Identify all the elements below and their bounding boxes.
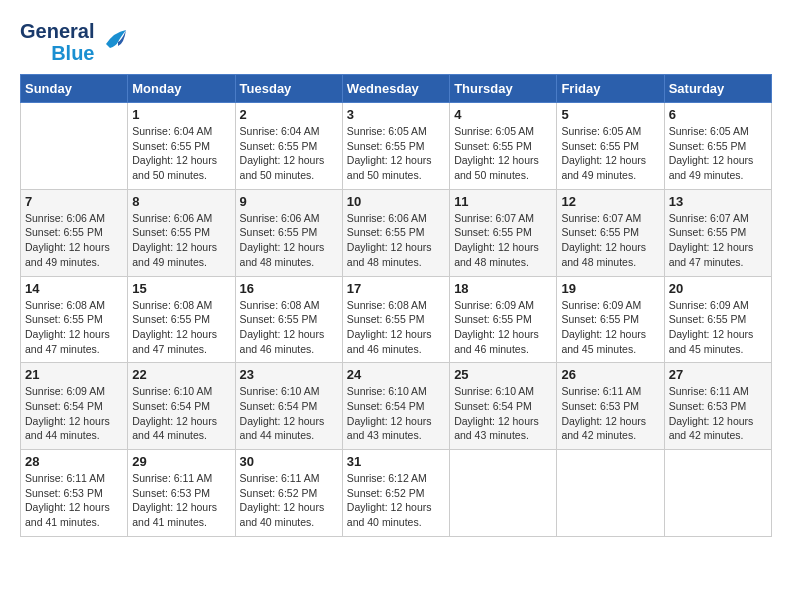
weekday-header: Thursday xyxy=(450,75,557,103)
calendar-cell: 22Sunrise: 6:10 AM Sunset: 6:54 PM Dayli… xyxy=(128,363,235,450)
day-info: Sunrise: 6:04 AM Sunset: 6:55 PM Dayligh… xyxy=(132,124,230,183)
day-info: Sunrise: 6:08 AM Sunset: 6:55 PM Dayligh… xyxy=(132,298,230,357)
calendar-cell: 19Sunrise: 6:09 AM Sunset: 6:55 PM Dayli… xyxy=(557,276,664,363)
calendar-cell: 7Sunrise: 6:06 AM Sunset: 6:55 PM Daylig… xyxy=(21,189,128,276)
calendar-cell xyxy=(21,103,128,190)
calendar-cell: 31Sunrise: 6:12 AM Sunset: 6:52 PM Dayli… xyxy=(342,450,449,537)
calendar-cell: 25Sunrise: 6:10 AM Sunset: 6:54 PM Dayli… xyxy=(450,363,557,450)
day-info: Sunrise: 6:05 AM Sunset: 6:55 PM Dayligh… xyxy=(347,124,445,183)
calendar-cell: 30Sunrise: 6:11 AM Sunset: 6:52 PM Dayli… xyxy=(235,450,342,537)
day-info: Sunrise: 6:09 AM Sunset: 6:54 PM Dayligh… xyxy=(25,384,123,443)
day-info: Sunrise: 6:10 AM Sunset: 6:54 PM Dayligh… xyxy=(132,384,230,443)
calendar-cell: 9Sunrise: 6:06 AM Sunset: 6:55 PM Daylig… xyxy=(235,189,342,276)
logo-general: General xyxy=(20,20,94,42)
day-info: Sunrise: 6:07 AM Sunset: 6:55 PM Dayligh… xyxy=(454,211,552,270)
weekday-header: Friday xyxy=(557,75,664,103)
calendar-cell: 12Sunrise: 6:07 AM Sunset: 6:55 PM Dayli… xyxy=(557,189,664,276)
day-info: Sunrise: 6:07 AM Sunset: 6:55 PM Dayligh… xyxy=(561,211,659,270)
calendar-cell xyxy=(557,450,664,537)
day-number: 8 xyxy=(132,194,230,209)
day-info: Sunrise: 6:10 AM Sunset: 6:54 PM Dayligh… xyxy=(454,384,552,443)
calendar-cell: 24Sunrise: 6:10 AM Sunset: 6:54 PM Dayli… xyxy=(342,363,449,450)
day-number: 24 xyxy=(347,367,445,382)
day-info: Sunrise: 6:06 AM Sunset: 6:55 PM Dayligh… xyxy=(240,211,338,270)
day-info: Sunrise: 6:11 AM Sunset: 6:52 PM Dayligh… xyxy=(240,471,338,530)
day-number: 28 xyxy=(25,454,123,469)
day-info: Sunrise: 6:08 AM Sunset: 6:55 PM Dayligh… xyxy=(347,298,445,357)
calendar-cell: 18Sunrise: 6:09 AM Sunset: 6:55 PM Dayli… xyxy=(450,276,557,363)
day-number: 23 xyxy=(240,367,338,382)
day-number: 14 xyxy=(25,281,123,296)
weekday-header: Sunday xyxy=(21,75,128,103)
day-info: Sunrise: 6:11 AM Sunset: 6:53 PM Dayligh… xyxy=(669,384,767,443)
weekday-header: Wednesday xyxy=(342,75,449,103)
day-number: 19 xyxy=(561,281,659,296)
day-info: Sunrise: 6:05 AM Sunset: 6:55 PM Dayligh… xyxy=(669,124,767,183)
day-number: 5 xyxy=(561,107,659,122)
day-number: 29 xyxy=(132,454,230,469)
day-info: Sunrise: 6:11 AM Sunset: 6:53 PM Dayligh… xyxy=(132,471,230,530)
logo-blue: Blue xyxy=(51,42,94,64)
day-info: Sunrise: 6:10 AM Sunset: 6:54 PM Dayligh… xyxy=(240,384,338,443)
calendar-cell: 1Sunrise: 6:04 AM Sunset: 6:55 PM Daylig… xyxy=(128,103,235,190)
day-number: 16 xyxy=(240,281,338,296)
calendar-table: SundayMondayTuesdayWednesdayThursdayFrid… xyxy=(20,74,772,537)
day-info: Sunrise: 6:06 AM Sunset: 6:55 PM Dayligh… xyxy=(25,211,123,270)
calendar-cell: 4Sunrise: 6:05 AM Sunset: 6:55 PM Daylig… xyxy=(450,103,557,190)
day-number: 18 xyxy=(454,281,552,296)
day-number: 27 xyxy=(669,367,767,382)
calendar-cell: 3Sunrise: 6:05 AM Sunset: 6:55 PM Daylig… xyxy=(342,103,449,190)
weekday-header: Tuesday xyxy=(235,75,342,103)
day-info: Sunrise: 6:08 AM Sunset: 6:55 PM Dayligh… xyxy=(25,298,123,357)
weekday-header: Monday xyxy=(128,75,235,103)
calendar-cell: 23Sunrise: 6:10 AM Sunset: 6:54 PM Dayli… xyxy=(235,363,342,450)
calendar-cell: 20Sunrise: 6:09 AM Sunset: 6:55 PM Dayli… xyxy=(664,276,771,363)
calendar-cell xyxy=(450,450,557,537)
day-number: 25 xyxy=(454,367,552,382)
day-number: 26 xyxy=(561,367,659,382)
calendar-week-row: 21Sunrise: 6:09 AM Sunset: 6:54 PM Dayli… xyxy=(21,363,772,450)
day-number: 12 xyxy=(561,194,659,209)
calendar-cell: 17Sunrise: 6:08 AM Sunset: 6:55 PM Dayli… xyxy=(342,276,449,363)
calendar-cell: 16Sunrise: 6:08 AM Sunset: 6:55 PM Dayli… xyxy=(235,276,342,363)
calendar-cell: 2Sunrise: 6:04 AM Sunset: 6:55 PM Daylig… xyxy=(235,103,342,190)
calendar-week-row: 7Sunrise: 6:06 AM Sunset: 6:55 PM Daylig… xyxy=(21,189,772,276)
calendar-cell: 5Sunrise: 6:05 AM Sunset: 6:55 PM Daylig… xyxy=(557,103,664,190)
day-info: Sunrise: 6:09 AM Sunset: 6:55 PM Dayligh… xyxy=(454,298,552,357)
logo-bird-icon xyxy=(98,24,130,60)
day-info: Sunrise: 6:07 AM Sunset: 6:55 PM Dayligh… xyxy=(669,211,767,270)
day-number: 30 xyxy=(240,454,338,469)
day-number: 4 xyxy=(454,107,552,122)
day-number: 7 xyxy=(25,194,123,209)
calendar-cell: 29Sunrise: 6:11 AM Sunset: 6:53 PM Dayli… xyxy=(128,450,235,537)
day-number: 17 xyxy=(347,281,445,296)
day-info: Sunrise: 6:12 AM Sunset: 6:52 PM Dayligh… xyxy=(347,471,445,530)
day-number: 22 xyxy=(132,367,230,382)
day-info: Sunrise: 6:09 AM Sunset: 6:55 PM Dayligh… xyxy=(561,298,659,357)
day-number: 1 xyxy=(132,107,230,122)
calendar-cell: 15Sunrise: 6:08 AM Sunset: 6:55 PM Dayli… xyxy=(128,276,235,363)
day-number: 20 xyxy=(669,281,767,296)
day-info: Sunrise: 6:04 AM Sunset: 6:55 PM Dayligh… xyxy=(240,124,338,183)
header: General Blue xyxy=(20,20,772,64)
day-info: Sunrise: 6:06 AM Sunset: 6:55 PM Dayligh… xyxy=(132,211,230,270)
day-number: 21 xyxy=(25,367,123,382)
calendar-cell: 8Sunrise: 6:06 AM Sunset: 6:55 PM Daylig… xyxy=(128,189,235,276)
calendar-cell: 21Sunrise: 6:09 AM Sunset: 6:54 PM Dayli… xyxy=(21,363,128,450)
calendar-week-row: 1Sunrise: 6:04 AM Sunset: 6:55 PM Daylig… xyxy=(21,103,772,190)
day-info: Sunrise: 6:06 AM Sunset: 6:55 PM Dayligh… xyxy=(347,211,445,270)
day-info: Sunrise: 6:09 AM Sunset: 6:55 PM Dayligh… xyxy=(669,298,767,357)
weekday-header-row: SundayMondayTuesdayWednesdayThursdayFrid… xyxy=(21,75,772,103)
calendar-cell: 11Sunrise: 6:07 AM Sunset: 6:55 PM Dayli… xyxy=(450,189,557,276)
day-number: 13 xyxy=(669,194,767,209)
day-info: Sunrise: 6:11 AM Sunset: 6:53 PM Dayligh… xyxy=(561,384,659,443)
calendar-cell xyxy=(664,450,771,537)
day-info: Sunrise: 6:08 AM Sunset: 6:55 PM Dayligh… xyxy=(240,298,338,357)
calendar-week-row: 28Sunrise: 6:11 AM Sunset: 6:53 PM Dayli… xyxy=(21,450,772,537)
day-info: Sunrise: 6:10 AM Sunset: 6:54 PM Dayligh… xyxy=(347,384,445,443)
day-number: 3 xyxy=(347,107,445,122)
day-number: 9 xyxy=(240,194,338,209)
weekday-header: Saturday xyxy=(664,75,771,103)
day-number: 15 xyxy=(132,281,230,296)
logo: General Blue xyxy=(20,20,130,64)
